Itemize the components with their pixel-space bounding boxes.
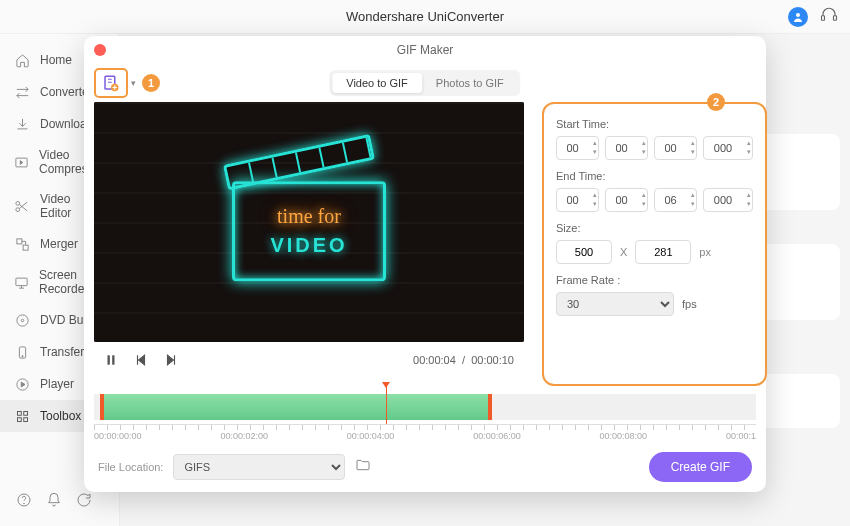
- spinner-arrows[interactable]: ▴▾: [593, 138, 597, 156]
- modal-title: GIF Maker: [397, 43, 454, 57]
- step-badge-2: 2: [707, 93, 725, 111]
- svg-rect-22: [108, 355, 110, 364]
- svg-rect-8: [16, 278, 27, 286]
- start-time-label: Start Time:: [556, 118, 753, 130]
- size-label: Size:: [556, 222, 753, 234]
- create-gif-button[interactable]: Create GIF: [649, 452, 752, 482]
- svg-rect-1: [822, 15, 825, 20]
- sidebar-item-label: Player: [40, 377, 74, 391]
- feedback-icon[interactable]: [76, 492, 92, 512]
- bell-icon[interactable]: [46, 492, 62, 512]
- tab-video-to-gif[interactable]: Video to GIF: [332, 73, 422, 93]
- support-icon[interactable]: [820, 6, 838, 28]
- svg-point-12: [21, 355, 22, 356]
- play-icon: [14, 376, 30, 392]
- spinner-arrows[interactable]: ▴▾: [691, 138, 695, 156]
- spinner-arrows[interactable]: ▴▾: [642, 138, 646, 156]
- spinner-arrows[interactable]: ▴▾: [691, 190, 695, 208]
- svg-rect-2: [834, 15, 837, 20]
- video-preview: time for VIDEO: [94, 102, 524, 342]
- sidebar-item-label: Merger: [40, 237, 78, 251]
- svg-point-9: [16, 314, 27, 325]
- spinner-arrows[interactable]: ▴▾: [747, 138, 751, 156]
- open-folder-button[interactable]: [355, 457, 371, 477]
- app-title: Wondershare UniConverter: [346, 9, 504, 24]
- gif-maker-modal: GIF Maker ▾ 1 Video to GIF Photos to GIF: [84, 36, 766, 492]
- file-location-select[interactable]: GIFS: [173, 454, 345, 480]
- download-icon: [14, 116, 30, 132]
- size-width[interactable]: [556, 240, 612, 264]
- spinner-arrows[interactable]: ▴▾: [747, 190, 751, 208]
- help-icon[interactable]: [16, 492, 32, 512]
- end-time-label: End Time:: [556, 170, 753, 182]
- sidebar-item-label: Transfer: [40, 345, 84, 359]
- toolbox-icon: [14, 408, 30, 424]
- titlebar: Wondershare UniConverter: [0, 0, 850, 34]
- svg-rect-16: [17, 417, 21, 421]
- pause-button[interactable]: [104, 353, 118, 367]
- step-back-button[interactable]: [134, 353, 148, 367]
- playback-time: 00:00:04 / 00:00:10: [413, 354, 514, 366]
- playhead[interactable]: [386, 386, 387, 424]
- svg-rect-17: [23, 417, 27, 421]
- merge-icon: [14, 236, 30, 252]
- content-area: or marks. ata tadata t and vices. GIF Ma…: [120, 34, 850, 526]
- modal-footer: File Location: GIFS Create GIF: [84, 442, 766, 492]
- svg-rect-6: [16, 238, 21, 243]
- svg-rect-14: [17, 411, 21, 415]
- modal-toolbar: ▾ 1 Video to GIF Photos to GIF: [84, 64, 766, 102]
- start-ms[interactable]: [703, 136, 753, 160]
- svg-point-19: [24, 503, 25, 504]
- spinner-arrows[interactable]: ▴▾: [593, 190, 597, 208]
- playback-controls: 00:00:04 / 00:00:10: [94, 344, 524, 376]
- disc-icon: [14, 312, 30, 328]
- user-avatar[interactable]: [788, 7, 808, 27]
- fps-select[interactable]: 30: [556, 292, 674, 316]
- sidebar-item-label: Home: [40, 53, 72, 67]
- add-file-button[interactable]: ▾: [94, 68, 128, 98]
- step-forward-button[interactable]: [164, 353, 178, 367]
- svg-point-0: [796, 13, 800, 17]
- scissors-icon: [14, 198, 30, 214]
- home-icon: [14, 52, 30, 68]
- size-height[interactable]: [635, 240, 691, 264]
- tab-photos-to-gif[interactable]: Photos to GIF: [422, 73, 518, 93]
- end-ms[interactable]: [703, 188, 753, 212]
- modal-header: GIF Maker: [84, 36, 766, 64]
- gif-settings-panel: 2 Start Time: ▴▾ ▴▾ ▴▾ ▴▾ End Time: ▴▾ ▴…: [542, 102, 767, 386]
- step-badge-1: 1: [142, 74, 160, 92]
- svg-point-10: [21, 319, 24, 322]
- recorder-icon: [14, 274, 29, 290]
- mode-tabs: Video to GIF Photos to GIF: [329, 70, 520, 96]
- time-ruler: 00:00:00:00 00:00:02:00 00:00:04:00 00:0…: [94, 424, 756, 442]
- fps-label: Frame Rate :: [556, 274, 753, 286]
- clip-range[interactable]: [100, 394, 492, 420]
- spinner-arrows[interactable]: ▴▾: [642, 190, 646, 208]
- file-location-label: File Location:: [98, 461, 163, 473]
- svg-point-5: [16, 207, 20, 211]
- close-icon[interactable]: [94, 44, 106, 56]
- sidebar-item-label: Toolbox: [40, 409, 81, 423]
- svg-rect-15: [23, 411, 27, 415]
- chevron-down-icon: ▾: [131, 78, 136, 88]
- transfer-icon: [14, 344, 30, 360]
- convert-icon: [14, 84, 30, 100]
- svg-point-4: [16, 201, 20, 205]
- timeline[interactable]: 00:00:00:00 00:00:02:00 00:00:04:00 00:0…: [84, 386, 766, 442]
- svg-rect-7: [23, 245, 28, 250]
- svg-rect-23: [112, 355, 114, 364]
- compress-icon: [14, 154, 29, 170]
